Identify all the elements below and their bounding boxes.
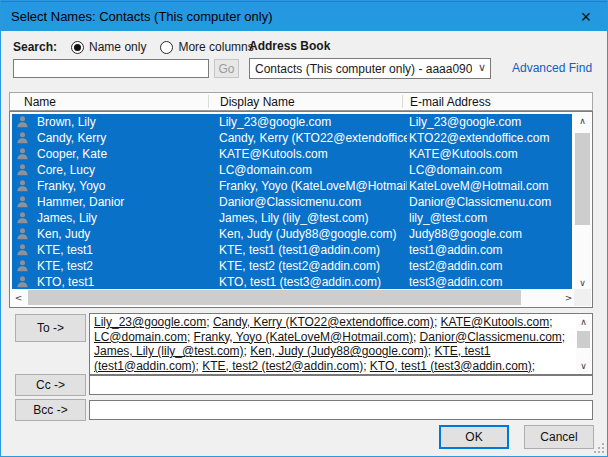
contact-name: Ken, Judy — [37, 226, 215, 242]
recipient-entry[interactable]: Danior@Classicmenu.com — [420, 330, 562, 344]
scroll-up-icon[interactable]: ∧ — [576, 315, 591, 329]
list-vertical-scrollbar[interactable]: ∧ ∨ — [574, 113, 591, 290]
column-header-row: Name Display Name E-mail Address — [9, 92, 593, 111]
person-icon — [16, 179, 30, 193]
radio-icon — [71, 41, 84, 54]
contact-display-name: Ken, Judy (Judy88@google.com) — [219, 226, 407, 242]
contact-email: Lily_23@google.com — [409, 114, 571, 130]
recipient-entry[interactable]: Ken, Judy (Judy88@google.com) — [250, 344, 428, 358]
contact-row[interactable]: Core, LucyLC@domain.comLC@domain.com — [12, 162, 572, 178]
contact-row[interactable]: Brown, LilyLily_23@google.comLily_23@goo… — [12, 114, 572, 130]
address-book-select[interactable]: Contacts (This computer only) - aaaa0909… — [249, 58, 491, 79]
person-icon — [16, 195, 30, 209]
column-divider[interactable] — [208, 95, 209, 108]
close-icon[interactable]: × — [565, 2, 607, 32]
to-field-scrollbar[interactable]: ∧ ∨ — [576, 315, 591, 373]
recipient-entry[interactable]: KATE@Kutools.com — [441, 315, 550, 329]
radio-name-only[interactable]: Name only — [71, 40, 146, 54]
person-icon — [16, 163, 30, 177]
contact-email: Danior@Classicmenu.com — [409, 194, 571, 210]
contact-email: KATE@Kutools.com — [409, 146, 571, 162]
scroll-down-icon[interactable]: ∨ — [576, 359, 591, 373]
contact-name: KTE, test1 — [37, 242, 215, 258]
contact-display-name: LC@domain.com — [219, 162, 407, 178]
dialog-title: Select Names: Contacts (This computer on… — [11, 9, 273, 24]
contacts-list-rows: Brown, LilyLily_23@google.comLily_23@goo… — [12, 114, 572, 290]
go-button[interactable]: Go — [214, 59, 239, 78]
contact-row[interactable]: KTE, test1KTE, test1 (test1@addin.com)te… — [12, 242, 572, 258]
contact-display-name: KTE, test2 (test2@addin.com) — [219, 258, 407, 274]
bcc-button[interactable]: Bcc -> — [15, 399, 86, 421]
contacts-listbox: Brown, LilyLily_23@google.comLily_23@goo… — [9, 111, 593, 308]
contact-row[interactable]: James, LilyJames, Lily (lily_@test.com)l… — [12, 210, 572, 226]
contact-display-name: KTE, test1 (test1@addin.com) — [219, 242, 407, 258]
recipient-entry[interactable]: KTE, test2 (test2@addin.com) — [202, 359, 363, 373]
address-book-label: Address Book — [249, 39, 330, 53]
address-book-value: Contacts (This computer only) - aaaa0909… — [255, 62, 472, 76]
contact-display-name: James, Lily (lily_@test.com) — [219, 210, 407, 226]
bcc-field[interactable] — [89, 400, 593, 420]
contact-name: Core, Lucy — [37, 162, 215, 178]
recipient-entry[interactable]: LC@domain.com — [94, 330, 187, 344]
contact-name: James, Lily — [37, 210, 215, 226]
scrollbar-thumb[interactable] — [577, 331, 590, 348]
contact-row[interactable]: Cooper, KateKATE@Kutools.comKATE@Kutools… — [12, 146, 572, 162]
radio-label: Name only — [89, 40, 146, 54]
scrollbar-corner — [574, 289, 591, 306]
person-icon — [16, 131, 30, 145]
contact-row[interactable]: KTE, test2KTE, test2 (test2@addin.com)te… — [12, 258, 572, 274]
contact-row[interactable]: Candy, KerryCandy, Kerry (KTO22@extendof… — [12, 130, 572, 146]
contact-name: Hammer, Danior — [37, 194, 215, 210]
search-input[interactable] — [13, 59, 209, 78]
column-header-name[interactable]: Name — [24, 95, 56, 109]
contact-email: KateLoveM@Hotmail.com — [409, 178, 571, 194]
search-label: Search: — [13, 40, 57, 54]
scrollbar-thumb[interactable] — [575, 133, 590, 225]
contact-row[interactable]: KTO, test1KTO, test1 (test3@addin.com)te… — [12, 274, 572, 290]
resize-grip[interactable] — [594, 443, 604, 453]
scrollbar-thumb[interactable] — [28, 290, 521, 305]
recipient-entry[interactable]: Franky, Yoyo (KateLoveM@Hotmail.com) — [194, 330, 413, 344]
to-field[interactable]: Lily_23@google.com; Candy, Kerry (KTO22@… — [89, 313, 593, 375]
contact-row[interactable]: Hammer, DaniorDanior@Classicmenu.comDani… — [12, 194, 572, 210]
radio-label: More columns — [178, 40, 253, 54]
contact-row[interactable]: Franky, YoyoFranky, Yoyo (KateLoveM@Hotm… — [12, 178, 572, 194]
radio-more-columns[interactable]: More columns — [160, 40, 253, 54]
recipient-entry[interactable]: Lily_23@google.com — [94, 315, 206, 329]
person-icon — [16, 259, 30, 273]
select-names-dialog: Select Names: Contacts (This computer on… — [0, 0, 608, 457]
contact-name: Franky, Yoyo — [37, 178, 215, 194]
title-bar: Select Names: Contacts (This computer on… — [1, 1, 607, 31]
contact-email: Judy88@google.com — [409, 226, 571, 242]
list-horizontal-scrollbar[interactable]: < > — [11, 289, 576, 306]
cc-field[interactable] — [89, 375, 593, 395]
recipient-entry[interactable]: James, Lily (lily_@test.com) — [94, 344, 244, 358]
scroll-down-icon[interactable]: ∨ — [574, 275, 591, 290]
search-options-row: Search: Name only More columns — [13, 39, 254, 55]
advanced-find-link[interactable]: Advanced Find — [512, 61, 592, 75]
column-header-email[interactable]: E-mail Address — [410, 95, 491, 109]
cc-button[interactable]: Cc -> — [15, 374, 86, 396]
contact-row[interactable]: Ken, JudyKen, Judy (Judy88@google.com)Ju… — [12, 226, 572, 242]
contact-display-name: Candy, Kerry (KTO22@extendoffice.... — [219, 130, 407, 146]
contact-name: KTO, test1 — [37, 274, 215, 290]
contact-email: lily_@test.com — [409, 210, 571, 226]
contact-email: KTO22@extendoffice.com — [409, 130, 571, 146]
scroll-left-icon[interactable]: < — [11, 289, 26, 306]
column-header-display[interactable]: Display Name — [220, 95, 295, 109]
contact-name: Cooper, Kate — [37, 146, 215, 162]
chevron-down-icon: ∨ — [478, 61, 486, 74]
to-button[interactable]: To -> — [15, 314, 86, 342]
column-divider[interactable] — [402, 95, 403, 108]
scroll-up-icon[interactable]: ∧ — [574, 113, 591, 128]
contact-email: test3@addin.com — [409, 274, 571, 290]
cancel-button[interactable]: Cancel — [524, 425, 594, 449]
contact-email: LC@domain.com — [409, 162, 571, 178]
person-icon — [16, 211, 30, 225]
contact-display-name: KATE@Kutools.com — [219, 146, 407, 162]
ok-button[interactable]: OK — [439, 425, 509, 449]
contact-name: Candy, Kerry — [37, 130, 215, 146]
recipient-entry[interactable]: KTO, test1 (test3@addin.com) — [370, 359, 532, 373]
recipient-entry[interactable]: Candy, Kerry (KTO22@extendoffice.com) — [213, 315, 434, 329]
person-icon — [16, 227, 30, 241]
